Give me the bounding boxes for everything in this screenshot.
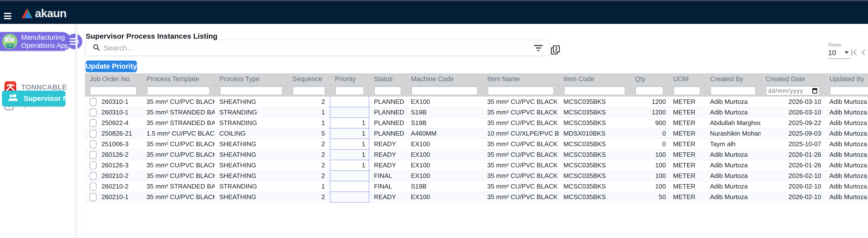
table-row[interactable]: 260310-1 35 mm² CU/PVC BLACK CABLE SHEAT… <box>85 96 868 107</box>
cell-process-template: 35 mm² CU/PVC BLACK CABLE <box>142 160 215 171</box>
row-checkbox[interactable] <box>90 109 96 116</box>
col-header-process-type[interactable]: Process Type <box>215 73 287 85</box>
cell-created-date: 2026-03-10 <box>761 96 825 107</box>
cell-machine-code: S19B <box>406 107 483 118</box>
filter-job-order[interactable] <box>90 87 136 95</box>
update-priority-button[interactable]: Update Priority <box>86 61 137 72</box>
cell-status: PLANNED <box>369 118 406 128</box>
first-page-icon[interactable] <box>851 49 857 56</box>
row-checkbox[interactable] <box>90 193 96 201</box>
applet-header[interactable]: Manufacturing Operations Applet <box>0 32 71 51</box>
table-row[interactable]: 251006-3 35 mm² CU/PVC BLACK CABLE SHEAT… <box>85 139 868 149</box>
filter-created-by[interactable] <box>711 87 755 95</box>
col-header-qty[interactable]: Qty <box>630 73 669 85</box>
filter-process-type[interactable] <box>220 87 282 95</box>
cell-qty: 100 <box>630 149 669 160</box>
filter-priority[interactable] <box>336 87 364 95</box>
table-row[interactable]: 260210-2 35 mm² STRANDED BARE COP... STR… <box>85 181 868 192</box>
rows-per-page-control: Rows 10 <box>828 42 853 59</box>
col-header-process-template[interactable]: Process Template <box>142 73 215 85</box>
row-checkbox[interactable] <box>90 161 96 169</box>
cell-qty: 0 <box>630 139 669 149</box>
cell-priority-editable[interactable]: 1 <box>330 139 369 149</box>
row-checkbox[interactable] <box>90 151 96 159</box>
filter-machine-code[interactable] <box>412 87 477 95</box>
cell-priority-editable[interactable] <box>330 171 369 181</box>
calendar-icon[interactable] <box>812 88 817 93</box>
filter-item-code[interactable] <box>564 87 625 95</box>
cell-process-template: 35 mm² CU/PVC BLACK CABLE <box>142 139 215 149</box>
col-header-status[interactable]: Status <box>369 73 406 85</box>
cell-status: FINAL <box>369 171 406 181</box>
table-row[interactable]: 260126-2 35 mm² CU/PVC BLACK CABLE SHEAT… <box>85 149 868 160</box>
cell-priority-editable[interactable]: 1 <box>330 118 369 128</box>
cell-process-template: 35 mm² STRANDED BARE COP... <box>142 181 215 192</box>
row-checkbox[interactable] <box>90 172 96 180</box>
filter-status[interactable] <box>374 87 401 95</box>
row-checkbox[interactable] <box>90 130 96 138</box>
col-header-job-order[interactable]: Job Order No. <box>85 73 142 85</box>
cell-qty: 100 <box>630 171 669 181</box>
sidebar-item-supervisor-pi[interactable]: Supervisor PI <box>2 91 65 106</box>
table-row[interactable]: 260210-2 35 mm² CU/PVC BLACK CABLE SHEAT… <box>85 171 868 181</box>
col-header-item-name[interactable]: Item Name <box>483 73 559 85</box>
row-checkbox[interactable] <box>90 140 96 148</box>
cell-item-name: 35 mm² CU/PVC BLACK CABLE <box>483 160 559 171</box>
previous-page-icon[interactable] <box>861 49 866 56</box>
filter-created-date[interactable]: dd/mm/yyyy <box>766 86 819 95</box>
cell-process-template: 35 mm² STRANDED BARE COP... <box>142 118 215 128</box>
row-checkbox[interactable] <box>90 183 96 190</box>
hamburger-menu-icon[interactable] <box>4 13 11 19</box>
cell-item-code: MCSC035BKS <box>559 139 630 149</box>
table-row[interactable]: 250922-4 35 mm² STRANDED BARE COP... STR… <box>85 118 868 128</box>
table-row[interactable]: 260310-1 35 mm² STRANDED BARE COP... STR… <box>85 107 868 118</box>
col-header-item-code[interactable]: Item Code <box>559 73 630 85</box>
cell-process-type: STRANDING <box>215 181 287 192</box>
col-header-uom[interactable]: UOM <box>669 73 705 85</box>
cell-priority-editable[interactable] <box>330 96 369 107</box>
filter-updated-by[interactable] <box>830 87 868 95</box>
app-window: akaun Manufacturing Operations Applet <box>0 0 868 238</box>
rows-per-page-select[interactable]: 10 <box>828 49 851 59</box>
cell-machine-code: EX100 <box>406 139 483 149</box>
cell-sequence: 5 <box>287 128 330 139</box>
table-row[interactable]: 260210-1 35 mm² CU/PVC BLACK CABLE SHEAT… <box>85 192 868 202</box>
cell-process-template: 35 mm² STRANDED BARE COP... <box>142 107 215 118</box>
filter-uom[interactable] <box>674 87 700 95</box>
view-switch-icon[interactable]: 2 <box>551 46 561 55</box>
sidebar-scrollbar[interactable] <box>75 24 78 238</box>
cell-priority-editable[interactable]: 1 <box>330 149 369 160</box>
search-input[interactable]: Search... <box>104 44 534 52</box>
table-row[interactable]: 250826-21 1.5 mm² CU/PVC BLACK CABLE ...… <box>85 128 868 139</box>
search-bar[interactable]: Search... <box>86 40 550 56</box>
cell-priority-editable[interactable]: 1 <box>330 128 369 139</box>
cell-created-date: 2026-02-10 <box>761 171 825 181</box>
col-header-sequence[interactable]: Sequence <box>287 73 330 85</box>
cell-priority-editable[interactable] <box>330 192 369 202</box>
filter-qty[interactable] <box>636 87 663 95</box>
cell-created-by: Nurashikin Mohamme... <box>705 128 761 139</box>
cell-priority-editable[interactable]: 1 <box>330 160 369 171</box>
cell-created-by: Adib Murtoza <box>705 192 761 202</box>
filter-item-name[interactable] <box>488 87 554 95</box>
filter-sequence[interactable] <box>293 87 325 95</box>
sidebar-collapse-button[interactable]: ‹ <box>67 34 82 49</box>
col-header-created-by[interactable]: Created By <box>705 73 761 85</box>
col-header-updated-by[interactable]: Updated By <box>825 73 868 85</box>
row-checkbox[interactable] <box>90 119 96 127</box>
row-checkbox[interactable] <box>90 98 96 106</box>
menu-open-icon <box>70 38 75 45</box>
cell-sequence: 2 <box>287 160 330 171</box>
filter-process-template[interactable] <box>147 87 210 95</box>
table-row[interactable]: 260126-3 35 mm² CU/PVC BLACK CABLE SHEAT… <box>85 160 868 171</box>
cell-job-order: 260210-2 <box>85 171 142 181</box>
col-header-created-date[interactable]: Created Date <box>761 73 825 85</box>
cell-qty: 1200 <box>630 107 669 118</box>
filter-icon[interactable] <box>534 45 543 51</box>
cell-machine-code: S19B <box>406 181 483 192</box>
cell-priority-editable[interactable] <box>330 181 369 192</box>
col-header-machine-code[interactable]: Machine Code <box>406 73 483 85</box>
manufacturing-applet-icon <box>2 33 18 49</box>
cell-priority-editable[interactable] <box>330 107 369 118</box>
col-header-priority[interactable]: Priority <box>330 73 369 85</box>
